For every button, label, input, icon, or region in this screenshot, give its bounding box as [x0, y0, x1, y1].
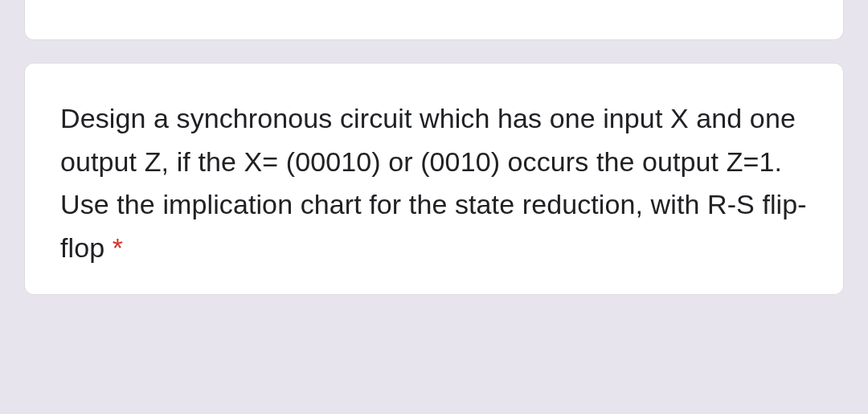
previous-card-bottom [24, 0, 844, 40]
question-body: Design a synchronous circuit which has o… [60, 103, 807, 263]
question-text: Design a synchronous circuit which has o… [60, 97, 808, 270]
required-asterisk: * [113, 232, 123, 263]
question-card: Design a synchronous circuit which has o… [24, 63, 844, 295]
